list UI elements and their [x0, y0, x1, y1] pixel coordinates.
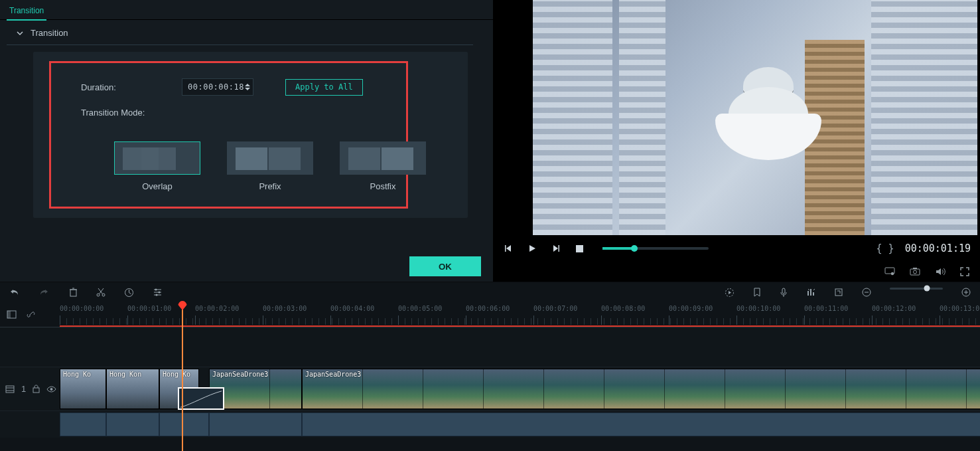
redo-icon[interactable]: [38, 288, 49, 297]
zoom-in-icon[interactable]: [961, 288, 971, 298]
svg-point-12: [155, 289, 157, 291]
ruler-major-label: 00:00:08:00: [601, 305, 645, 312]
delete-icon[interactable]: [69, 288, 78, 298]
stop-icon[interactable]: [575, 244, 584, 253]
ruler-major-label: 00:00:07:00: [533, 305, 577, 312]
audio-track-header[interactable]: [0, 411, 60, 438]
crop-icon[interactable]: [834, 288, 843, 298]
video-track-label: 1: [21, 384, 26, 394]
ruler-major-label: 00:00:02:00: [195, 305, 239, 312]
duration-label: Duration:: [81, 82, 174, 92]
split-icon[interactable]: [96, 288, 105, 298]
svg-rect-22: [6, 386, 14, 393]
audio-clip[interactable]: [209, 412, 302, 436]
svg-point-24: [50, 388, 53, 391]
display-settings-icon[interactable]: [884, 267, 895, 276]
undo-icon[interactable]: [9, 288, 20, 297]
transition-form: Duration: 00:00:00:18 Apply to All Trans…: [33, 52, 468, 218]
prev-frame-icon[interactable]: [504, 244, 513, 253]
clip-hk2[interactable]: Hong Kon: [106, 369, 159, 409]
ruler-major-label: 00:00:00:00: [60, 305, 104, 312]
duration-spinner[interactable]: [245, 84, 250, 90]
svg-rect-1: [559, 245, 560, 252]
audio-clip[interactable]: [106, 412, 159, 436]
timeline-playhead[interactable]: [182, 302, 183, 451]
ok-button[interactable]: OK: [409, 256, 481, 276]
panel-tabbar: Transition: [0, 0, 493, 20]
transition-mode-postfix[interactable]: Postfix: [340, 141, 426, 191]
overlap-thumb: [114, 141, 200, 175]
svg-rect-0: [505, 245, 506, 252]
timeline: 00:00:00:0000:00:01:0000:00:02:0000:00:0…: [0, 302, 980, 451]
ruler-major-label: 00:00:01:00: [127, 305, 171, 312]
svg-point-10: [102, 294, 105, 296]
audio-clip[interactable]: [60, 412, 106, 436]
fullscreen-icon[interactable]: [960, 267, 969, 276]
lock-icon[interactable]: [33, 385, 40, 393]
eye-icon[interactable]: [46, 386, 56, 393]
preview-transport-bar: { } 00:00:01:19: [494, 235, 980, 262]
ruler-major-label: 00:00:04:00: [330, 305, 374, 312]
ruler-major-label: 00:00:03:00: [263, 305, 307, 312]
clip-jp2[interactable]: JapanSeaDrone3: [302, 369, 980, 409]
range-brace[interactable]: { }: [876, 242, 894, 254]
video-track-body[interactable]: Hong Ko Hong Kon Hong Ko JapanSeaDrone3 …: [60, 367, 980, 411]
ruler-major-label: 00:00:11:00: [804, 305, 848, 312]
volume-icon[interactable]: [935, 267, 945, 276]
ruler-major-label: 00:00:12:00: [872, 305, 916, 312]
preview-panel: { } 00:00:01:19: [494, 0, 980, 282]
audio-mixer-icon[interactable]: [806, 288, 815, 298]
postfix-label: Postfix: [370, 181, 395, 191]
duration-field[interactable]: 00:00:00:18: [182, 78, 253, 96]
chevron-down-icon: [16, 29, 24, 37]
timeline-ruler[interactable]: 00:00:00:0000:00:01:0000:00:02:0000:00:0…: [0, 302, 980, 327]
transition-clip[interactable]: [178, 387, 224, 410]
ruler-accent-line: [60, 325, 980, 327]
next-frame-icon[interactable]: [551, 244, 561, 253]
audio-clip[interactable]: [302, 412, 980, 436]
render-icon[interactable]: [725, 288, 735, 298]
video-track-header[interactable]: 1: [0, 367, 60, 411]
ruler-major-label: 00:00:09:00: [669, 305, 713, 312]
svg-rect-8: [70, 290, 76, 296]
voiceover-icon[interactable]: [780, 288, 788, 298]
ruler-major-label: 00:00:05:00: [398, 305, 442, 312]
audio-clip[interactable]: [159, 412, 209, 436]
snapshot-icon[interactable]: [910, 267, 920, 276]
clip-hk1[interactable]: Hong Ko: [60, 369, 106, 409]
preview-timecode: 00:00:01:19: [905, 242, 971, 254]
zoom-slider[interactable]: [890, 288, 943, 290]
preview-art: [533, 0, 612, 235]
link-icon[interactable]: [26, 310, 36, 319]
apply-to-all-button[interactable]: Apply to All: [285, 79, 363, 96]
transition-mode-prefix[interactable]: Prefix: [227, 141, 313, 191]
duration-value: 00:00:00:18: [188, 82, 244, 92]
spinner-up-icon[interactable]: [245, 84, 250, 86]
svg-rect-7: [913, 268, 917, 269]
zoom-out-icon[interactable]: [862, 288, 871, 298]
svg-rect-16: [782, 288, 785, 294]
ruler-major-label: 00:00:13:00: [940, 305, 980, 312]
marker-icon[interactable]: [753, 288, 761, 298]
transition-mode-overlap[interactable]: Overlap: [114, 141, 200, 191]
audio-track-body[interactable]: [60, 411, 980, 438]
svg-rect-21: [7, 311, 11, 318]
svg-rect-17: [835, 289, 842, 296]
svg-point-13: [159, 292, 161, 294]
speed-icon[interactable]: [124, 288, 134, 298]
svg-point-14: [156, 294, 158, 296]
transition-section-title: Transition: [31, 28, 68, 38]
spinner-down-icon[interactable]: [245, 88, 250, 90]
play-icon[interactable]: [527, 244, 537, 253]
filmstrip-icon: [5, 385, 15, 393]
preview-progress-slider[interactable]: [602, 247, 709, 250]
timeline-gap-row[interactable]: [0, 327, 980, 367]
preview-options-bar: [494, 262, 980, 282]
transition-section-header[interactable]: Transition: [7, 20, 473, 45]
preview-viewport[interactable]: [533, 0, 977, 235]
prefix-thumb: [227, 141, 313, 175]
settings-icon[interactable]: [153, 288, 163, 298]
timeline-layout-icon[interactable]: [7, 310, 17, 319]
transition-settings-panel: Transition Transition Duration: 00:00:00…: [0, 0, 494, 282]
tab-transition[interactable]: Transition: [7, 4, 46, 21]
